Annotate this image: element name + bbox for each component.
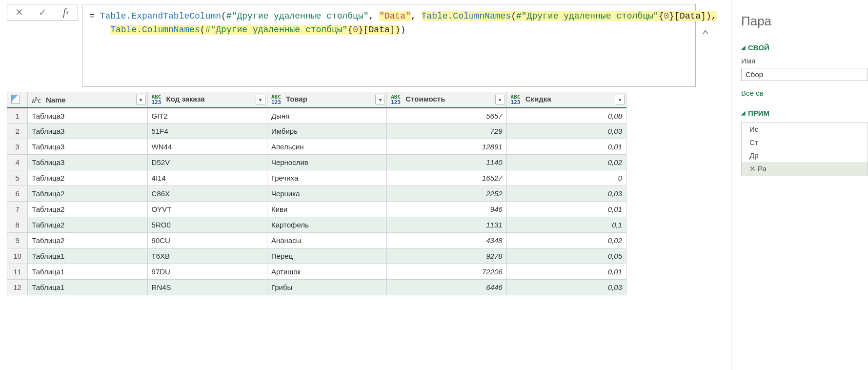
column-header-product[interactable]: ABC123 Товар ▾ <box>267 92 386 108</box>
cell-name[interactable]: Таблица2 <box>28 217 147 233</box>
cell-code[interactable]: WN44 <box>147 139 267 155</box>
applied-step[interactable]: Др <box>742 149 868 162</box>
cell-product[interactable]: Чернослив <box>267 155 386 170</box>
column-header-code[interactable]: ABC123 Код заказа ▾ <box>147 92 267 108</box>
cell-cost[interactable]: 16527 <box>387 170 506 186</box>
query-name-input[interactable] <box>741 68 868 81</box>
cell-code[interactable]: 97DU <box>147 264 267 280</box>
cell-code[interactable]: 51F4 <box>147 123 267 139</box>
applied-step[interactable]: ✕Ра <box>742 162 868 176</box>
fx-button[interactable]: fx <box>54 4 78 20</box>
table-row[interactable]: 12Таблица1RN4SГрибы64460,03 <box>7 280 626 295</box>
cell-product[interactable]: Артишок <box>267 264 386 280</box>
table-row[interactable]: 9Таблица290CUАнанасы43480,02 <box>7 233 626 248</box>
table-row[interactable]: 6Таблица2C86XЧерника22520,03 <box>7 186 626 202</box>
select-all-corner[interactable] <box>7 92 28 108</box>
cell-product[interactable]: Ананасы <box>267 233 386 248</box>
cell-discount[interactable]: 0,01 <box>506 202 626 217</box>
cell-name[interactable]: Таблица1 <box>28 248 147 264</box>
cell-discount[interactable]: 0,08 <box>506 108 626 123</box>
properties-section-header[interactable]: ◢ СВОЙ <box>741 43 868 52</box>
table-row[interactable]: 4Таблица3D52VЧернослив11400,02 <box>7 155 626 170</box>
cell-name[interactable]: Таблица3 <box>28 139 147 155</box>
cell-name[interactable]: Таблица2 <box>28 202 147 217</box>
table-row[interactable]: 7Таблица2OYVTКиви9460,01 <box>7 202 626 217</box>
cell-name[interactable]: Таблица3 <box>28 123 147 139</box>
formula-editor[interactable]: = Table.ExpandTableColumn(#"Другие удале… <box>82 4 696 87</box>
filter-button[interactable]: ▾ <box>495 95 505 104</box>
cell-name[interactable]: Таблица1 <box>28 264 147 280</box>
row-number: 5 <box>7 170 28 186</box>
collapse-formula-icon[interactable]: ⌃ <box>702 29 709 42</box>
table-row[interactable]: 11Таблица197DUАртишок722060,01 <box>7 264 626 280</box>
cell-code[interactable]: D52V <box>147 155 267 170</box>
cell-code[interactable]: RN4S <box>147 280 267 295</box>
cell-code[interactable]: 5RO0 <box>147 217 267 233</box>
cell-product[interactable]: Дыня <box>267 108 386 123</box>
applied-step[interactable]: Ст <box>742 136 868 149</box>
column-header-discount[interactable]: ABC123 Скидка ▾ <box>506 92 626 108</box>
cell-code[interactable]: C86X <box>147 186 267 202</box>
cell-cost[interactable]: 12891 <box>387 139 506 155</box>
cell-discount[interactable]: 0,01 <box>506 264 626 280</box>
cell-discount[interactable]: 0,01 <box>506 139 626 155</box>
cell-code[interactable]: OYVT <box>147 202 267 217</box>
cell-product[interactable]: Киви <box>267 202 386 217</box>
cell-product[interactable]: Перец <box>267 248 386 264</box>
cell-cost[interactable]: 1131 <box>387 217 506 233</box>
table-row[interactable]: 1Таблица3GIT2Дыня56570,08 <box>7 108 626 123</box>
accept-formula-button[interactable]: ✓ <box>31 4 54 20</box>
cell-discount[interactable]: 0,05 <box>506 248 626 264</box>
filter-button[interactable]: ▾ <box>256 95 265 104</box>
column-header-cost[interactable]: ABC123 Стоимость ▾ <box>387 92 506 108</box>
type-any-icon: ABC123 <box>152 94 161 105</box>
cell-name[interactable]: Таблица3 <box>28 108 147 123</box>
table-row[interactable]: 8Таблица25RO0Картофель11310,1 <box>7 217 626 233</box>
cell-code[interactable]: T6XB <box>147 248 267 264</box>
cell-cost[interactable]: 4348 <box>387 233 506 248</box>
cancel-formula-button[interactable]: ✕ <box>7 4 31 20</box>
table-row[interactable]: 3Таблица3WN44Апельсин128910,01 <box>7 139 626 155</box>
cell-discount[interactable]: 0,03 <box>506 186 626 202</box>
cell-name[interactable]: Таблица2 <box>28 170 147 186</box>
table-row[interactable]: 5Таблица24I14Гречиха165270 <box>7 170 626 186</box>
table-row[interactable]: 10Таблица1T6XBПерец92780,05 <box>7 248 626 264</box>
cell-cost[interactable]: 729 <box>387 123 506 139</box>
cell-product[interactable]: Гречиха <box>267 170 386 186</box>
cell-code[interactable]: 90CU <box>147 233 267 248</box>
cell-discount[interactable]: 0,03 <box>506 280 626 295</box>
cell-cost[interactable]: 1140 <box>387 155 506 170</box>
cell-cost[interactable]: 946 <box>387 202 506 217</box>
cell-cost[interactable]: 2252 <box>387 186 506 202</box>
cell-product[interactable]: Черника <box>267 186 386 202</box>
cell-discount[interactable]: 0,03 <box>506 123 626 139</box>
cell-product[interactable]: Картофель <box>267 217 386 233</box>
cell-cost[interactable]: 9278 <box>387 248 506 264</box>
applied-steps-section-header[interactable]: ◢ ПРИМ <box>741 109 868 117</box>
cell-name[interactable]: Таблица2 <box>28 186 147 202</box>
cell-discount[interactable]: 0 <box>506 170 626 186</box>
cell-product[interactable]: Грибы <box>267 280 386 295</box>
column-header-name[interactable]: ABC Name ▾ <box>28 92 147 108</box>
all-properties-link[interactable]: Все св <box>741 89 868 97</box>
cell-code[interactable]: 4I14 <box>147 170 267 186</box>
cell-cost[interactable]: 5657 <box>387 108 506 123</box>
table-row[interactable]: 2Таблица351F4Имбирь7290,03 <box>7 123 626 139</box>
delete-step-icon[interactable]: ✕ <box>749 164 756 173</box>
type-any-icon: ABC123 <box>511 94 521 105</box>
cell-code[interactable]: GIT2 <box>147 108 267 123</box>
cell-name[interactable]: Таблица2 <box>28 233 147 248</box>
cell-product[interactable]: Апельсин <box>267 139 386 155</box>
cell-discount[interactable]: 0,1 <box>506 217 626 233</box>
cell-product[interactable]: Имбирь <box>267 123 386 139</box>
filter-button[interactable]: ▾ <box>375 95 385 104</box>
cell-cost[interactable]: 6446 <box>387 280 506 295</box>
filter-button[interactable]: ▾ <box>136 95 146 104</box>
cell-cost[interactable]: 72206 <box>387 264 506 280</box>
cell-name[interactable]: Таблица3 <box>28 155 147 170</box>
applied-step[interactable]: Ис <box>742 123 868 136</box>
cell-discount[interactable]: 0,02 <box>506 155 626 170</box>
cell-name[interactable]: Таблица1 <box>28 280 147 295</box>
filter-button[interactable]: ▾ <box>615 95 625 104</box>
cell-discount[interactable]: 0,02 <box>506 233 626 248</box>
